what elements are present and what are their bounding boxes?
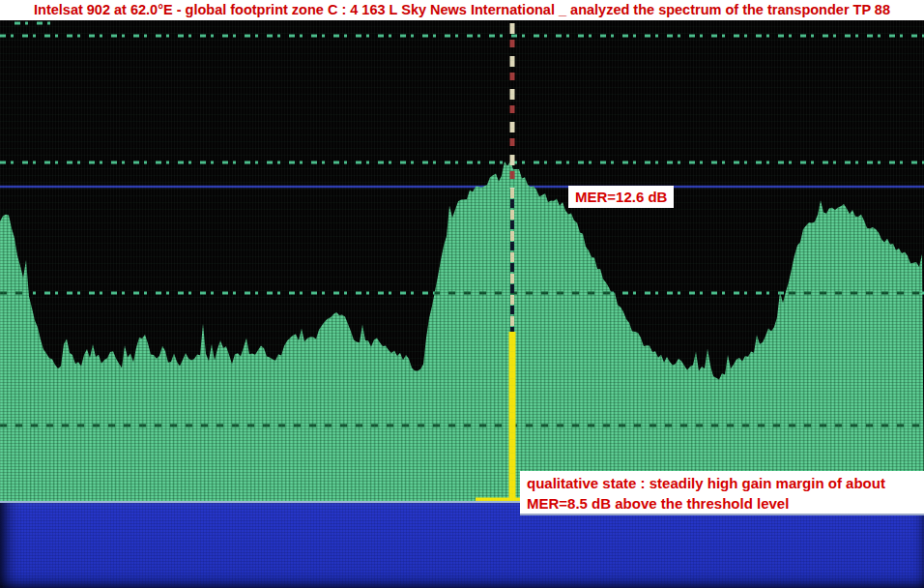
title-bar: Intelsat 902 at 62.0°E - global footprin… <box>0 0 924 20</box>
quality-annotation-line2: MER=8.5 dB above the threshold level <box>527 493 924 514</box>
mer-readout-label: MER=12.6 dB <box>568 186 674 208</box>
quality-annotation: qualitative state : steadily high gain m… <box>520 471 924 515</box>
spectrum-display: MER=12.6 dB qualitative state : steadily… <box>0 20 924 501</box>
spectrum-canvas <box>0 20 924 501</box>
spectrum-analyzer-screen: Intelsat 902 at 62.0°E - global footprin… <box>0 0 924 588</box>
quality-annotation-line1: qualitative state : steadily high gain m… <box>527 473 924 493</box>
spectrum-trace <box>0 162 924 501</box>
